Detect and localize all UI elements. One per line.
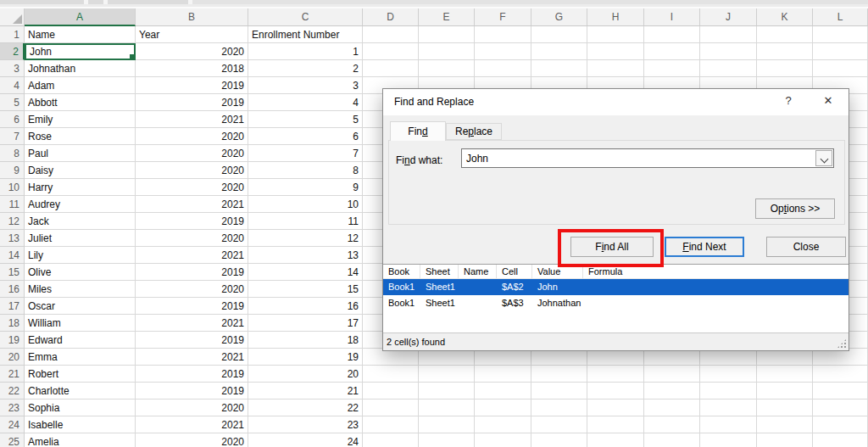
cell-E24[interactable] bbox=[419, 416, 475, 433]
cell-A8[interactable]: Paul bbox=[25, 145, 136, 162]
cell-L25[interactable] bbox=[813, 433, 868, 447]
find-what-combobox[interactable]: John bbox=[461, 148, 834, 168]
row-header-3[interactable]: 3 bbox=[0, 60, 25, 77]
cell-D24[interactable] bbox=[363, 416, 419, 433]
row-header-6[interactable]: 6 bbox=[0, 111, 25, 128]
cell-C12[interactable]: 11 bbox=[248, 213, 363, 230]
cell-D23[interactable] bbox=[363, 400, 419, 416]
result-row[interactable]: Book1Sheet1$A$2John bbox=[383, 279, 849, 295]
cell-B10[interactable]: 2020 bbox=[136, 179, 248, 196]
cell-B18[interactable]: 2021 bbox=[136, 315, 248, 332]
cell-I24[interactable] bbox=[644, 416, 700, 433]
cell-G3[interactable] bbox=[531, 60, 587, 77]
close-icon[interactable]: ✕ bbox=[821, 94, 836, 107]
cell-F22[interactable] bbox=[475, 383, 531, 400]
column-header-F[interactable]: F bbox=[475, 8, 531, 26]
cell-C7[interactable]: 6 bbox=[248, 128, 363, 145]
row-header-24[interactable]: 24 bbox=[0, 416, 25, 433]
find-all-button[interactable]: Find All bbox=[570, 237, 654, 257]
cell-F3[interactable] bbox=[475, 60, 531, 77]
cell-I3[interactable] bbox=[644, 60, 700, 77]
cell-C15[interactable]: 14 bbox=[248, 264, 363, 281]
cell-B9[interactable]: 2020 bbox=[136, 162, 248, 179]
row-header-16[interactable]: 16 bbox=[0, 281, 25, 298]
cell-C24[interactable]: 23 bbox=[248, 416, 363, 433]
cell-B8[interactable]: 2020 bbox=[136, 145, 248, 162]
cell-I1[interactable] bbox=[644, 26, 700, 43]
results-col-header-sheet[interactable]: Sheet bbox=[420, 265, 459, 279]
cell-A6[interactable]: Emily bbox=[25, 111, 136, 128]
cell-F21[interactable] bbox=[475, 366, 531, 383]
cell-L3[interactable] bbox=[813, 60, 868, 77]
cell-C9[interactable]: 8 bbox=[248, 162, 363, 179]
cell-K24[interactable] bbox=[757, 416, 813, 433]
cell-A5[interactable]: Abbott bbox=[25, 94, 136, 111]
row-header-9[interactable]: 9 bbox=[0, 162, 25, 179]
cell-B17[interactable]: 2019 bbox=[136, 298, 248, 315]
select-all-corner[interactable] bbox=[0, 8, 25, 26]
cell-D1[interactable] bbox=[363, 26, 419, 43]
cell-C2[interactable]: 1 bbox=[248, 43, 363, 60]
cell-A9[interactable]: Daisy bbox=[25, 162, 136, 179]
cell-I2[interactable] bbox=[644, 43, 700, 60]
cell-H3[interactable] bbox=[587, 60, 644, 77]
results-col-header-name[interactable]: Name bbox=[459, 265, 497, 279]
cell-C8[interactable]: 7 bbox=[248, 145, 363, 162]
cell-A10[interactable]: Harry bbox=[25, 179, 136, 196]
cell-A14[interactable]: Lily bbox=[25, 247, 136, 264]
row-header-23[interactable]: 23 bbox=[0, 400, 25, 416]
row-header-20[interactable]: 20 bbox=[0, 349, 25, 366]
cell-B19[interactable]: 2019 bbox=[136, 332, 248, 349]
cell-A11[interactable]: Audrey bbox=[25, 196, 136, 213]
cell-A1[interactable]: Name bbox=[25, 26, 136, 43]
chevron-down-icon[interactable] bbox=[815, 150, 832, 166]
cell-B23[interactable]: 2020 bbox=[136, 400, 248, 416]
cell-I21[interactable] bbox=[644, 366, 700, 383]
row-header-5[interactable]: 5 bbox=[0, 94, 25, 111]
results-col-header-cell[interactable]: Cell bbox=[497, 265, 532, 279]
cell-K2[interactable] bbox=[757, 43, 813, 60]
cell-D21[interactable] bbox=[363, 366, 419, 383]
cell-B21[interactable]: 2019 bbox=[136, 366, 248, 383]
cell-B24[interactable]: 2021 bbox=[136, 416, 248, 433]
cell-F20[interactable] bbox=[475, 349, 531, 366]
cell-C3[interactable]: 2 bbox=[248, 60, 363, 77]
cell-L21[interactable] bbox=[813, 366, 868, 383]
cell-F2[interactable] bbox=[475, 43, 531, 60]
cell-B2[interactable]: 2020 bbox=[136, 43, 248, 60]
cell-K22[interactable] bbox=[757, 383, 813, 400]
cell-K20[interactable] bbox=[757, 349, 813, 366]
cell-B7[interactable]: 2020 bbox=[136, 128, 248, 145]
cell-I22[interactable] bbox=[644, 383, 700, 400]
cell-D22[interactable] bbox=[363, 383, 419, 400]
cell-C10[interactable]: 9 bbox=[248, 179, 363, 196]
cell-J22[interactable] bbox=[700, 383, 757, 400]
cell-C17[interactable]: 16 bbox=[248, 298, 363, 315]
column-header-H[interactable]: H bbox=[587, 8, 644, 26]
cell-B25[interactable]: 2020 bbox=[136, 433, 248, 447]
cell-B6[interactable]: 2021 bbox=[136, 111, 248, 128]
cell-C14[interactable]: 13 bbox=[248, 247, 363, 264]
cell-H22[interactable] bbox=[587, 383, 644, 400]
result-row[interactable]: Book1Sheet1$A$3Johnathan bbox=[383, 295, 849, 311]
results-col-header-value[interactable]: Value bbox=[532, 265, 583, 279]
cell-L2[interactable] bbox=[813, 43, 868, 60]
cell-C18[interactable]: 17 bbox=[248, 315, 363, 332]
cell-G25[interactable] bbox=[531, 433, 587, 447]
cell-H21[interactable] bbox=[587, 366, 644, 383]
column-header-K[interactable]: K bbox=[757, 8, 813, 26]
cell-G21[interactable] bbox=[531, 366, 587, 383]
column-header-G[interactable]: G bbox=[531, 8, 587, 26]
row-header-8[interactable]: 8 bbox=[0, 145, 25, 162]
cell-G24[interactable] bbox=[531, 416, 587, 433]
cell-C21[interactable]: 20 bbox=[248, 366, 363, 383]
row-header-21[interactable]: 21 bbox=[0, 366, 25, 383]
cell-A20[interactable]: Emma bbox=[25, 349, 136, 366]
row-header-17[interactable]: 17 bbox=[0, 298, 25, 315]
cell-A18[interactable]: William bbox=[25, 315, 136, 332]
cell-L24[interactable] bbox=[813, 416, 868, 433]
tab-find[interactable]: Find bbox=[390, 121, 446, 141]
row-header-11[interactable]: 11 bbox=[0, 196, 25, 213]
column-header-A[interactable]: A bbox=[25, 8, 136, 26]
cell-C5[interactable]: 4 bbox=[248, 94, 363, 111]
